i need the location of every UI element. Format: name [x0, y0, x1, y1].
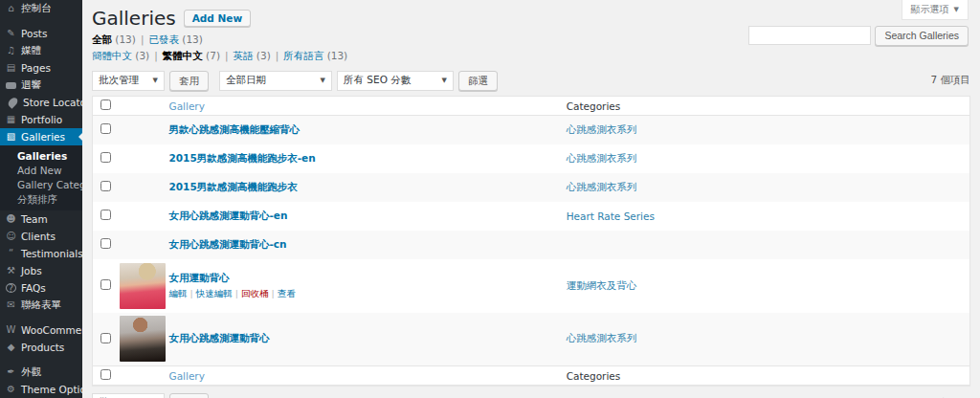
sidebar-item-label: 控制台: [21, 2, 52, 15]
filter-link[interactable]: 簡體中文 (3): [92, 50, 149, 63]
gallery-title-link[interactable]: 2015男款感測高機能跑步衣: [169, 181, 298, 192]
sidebar-item-theme-options[interactable]: ⚙Theme Options: [0, 381, 82, 398]
apply-button[interactable]: 套用: [169, 393, 209, 398]
category-link[interactable]: 心跳感測衣系列: [567, 332, 637, 343]
gallery-title-link[interactable]: 男款心跳感測高機能壓縮背心: [169, 123, 301, 135]
filter-link-count: (13): [323, 50, 347, 61]
admin-sidebar: ⌂控制台✎Posts♫媒體▤Pages迴響Store Locator▦Portf…: [0, 0, 82, 398]
categories-column-header: Categories: [567, 366, 970, 386]
sidebar-item-galleries[interactable]: ▧Galleries: [0, 128, 82, 145]
wordpress-admin: ⌂控制台✎Posts♫媒體▤Pages迴響Store Locator▦Portf…: [0, 0, 980, 398]
filter-link-count: (3): [132, 50, 149, 61]
select-all-checkbox[interactable]: [100, 369, 111, 380]
row-action-link[interactable]: 編輯: [169, 288, 188, 298]
filter-button[interactable]: 篩選: [458, 71, 498, 91]
table-row: 2015男款感測高機能跑步衣心跳感測衣系列: [93, 173, 970, 202]
row-action-link[interactable]: 快速編輯: [188, 288, 233, 298]
row-checkbox[interactable]: [100, 123, 111, 134]
category-link[interactable]: 心跳感測衣系列: [567, 123, 637, 135]
category-link[interactable]: 心跳感測衣系列: [567, 152, 637, 164]
sidebar-item-posts[interactable]: ✎Posts: [0, 25, 82, 42]
quote-icon: “: [6, 249, 16, 258]
gallery-title-link[interactable]: 女用運動背心: [169, 272, 230, 283]
gallery-title-link[interactable]: 女用心跳感測運動背心: [169, 332, 270, 343]
submenu-item[interactable]: Add New: [0, 163, 82, 177]
gallery-column-header[interactable]: Gallery: [169, 366, 567, 386]
bulk-action-value: 批次管理: [99, 74, 139, 87]
row-checkbox[interactable]: [100, 152, 111, 163]
category-link[interactable]: 運動網衣及背心: [567, 279, 637, 291]
filter-link[interactable]: 英語 (3): [220, 50, 271, 63]
sidebar-item-store-locator[interactable]: Store Locator: [0, 94, 82, 111]
submenu-item[interactable]: 分類排序: [0, 191, 82, 206]
sidebar-item-team[interactable]: ☻Team: [0, 210, 82, 228]
sidebar-item-label: Products: [21, 342, 64, 353]
submenu-item[interactable]: Gallery Categories: [0, 177, 82, 191]
sidebar-item-jobs[interactable]: ⚒Jobs: [0, 262, 82, 279]
table-row: 女用運動背心編輯快速編輯回收桶查看運動網衣及背心: [93, 259, 970, 313]
bulk-action-select[interactable]: 批次管理 ▼: [92, 71, 165, 91]
sidebar-item-label: 外觀: [21, 365, 41, 379]
envelope-icon: ✉: [6, 300, 16, 310]
sidebar-item-label: Portfolio: [21, 114, 62, 125]
filter-link[interactable]: 已發表 (13): [136, 33, 203, 47]
filter-link-count: (7): [203, 50, 220, 61]
sidebar-item-faqs[interactable]: ?FAQs: [0, 279, 82, 297]
gallery-title-link[interactable]: 女用心跳感測運動背心-cn: [169, 238, 287, 250]
sidebar-item-media[interactable]: ♫媒體: [0, 42, 82, 59]
sidebar-item-pages[interactable]: ▤Pages: [0, 59, 82, 77]
row-action-link[interactable]: 查看: [269, 288, 296, 298]
search-input[interactable]: [748, 26, 871, 45]
apply-button[interactable]: 套用: [169, 71, 209, 91]
sidebar-item-dashboard[interactable]: ⌂控制台: [0, 0, 82, 17]
sidebar-item-testimonials[interactable]: “Testimonials: [0, 245, 82, 262]
thumbnail-column-header: [120, 97, 169, 116]
media-icon: ♫: [6, 46, 16, 55]
row-actions: 編輯快速編輯回收桶查看: [169, 288, 567, 300]
row-checkbox[interactable]: [100, 181, 111, 191]
gallery-title-link[interactable]: 2015男款感測高機能跑步衣-en: [169, 152, 316, 164]
language-filter-links: 簡體中文 (3)繁體中文 (7)英語 (3)所有語言 (13): [92, 50, 970, 63]
row-checkbox[interactable]: [100, 210, 111, 220]
filter-link[interactable]: 全部 (13): [92, 33, 136, 47]
sidebar-item-products[interactable]: ◆Products: [0, 339, 82, 356]
date-filter-select[interactable]: 全部日期 ▼: [219, 71, 332, 91]
table-row: 女用心跳感測運動背心-enHeart Rate Series: [93, 202, 970, 231]
category-link[interactable]: 心跳感測衣系列: [567, 181, 637, 192]
filter-link-count: (13): [179, 33, 203, 45]
galleries-submenu: GalleriesAdd NewGallery Categories分類排序: [0, 145, 82, 210]
gallery-column-header[interactable]: Gallery: [169, 97, 567, 116]
bulk-action-select[interactable]: 批次管理 ▼: [92, 393, 165, 398]
location-pin-icon: [7, 96, 19, 108]
filter-link[interactable]: 所有語言 (13): [271, 50, 347, 63]
table-row: 女用心跳感測運動背心-cn: [93, 231, 970, 259]
row-checkbox[interactable]: [100, 333, 111, 343]
add-new-button[interactable]: Add New: [184, 10, 251, 27]
search-box: Search Galleries: [748, 26, 969, 46]
gallery-title-link[interactable]: 女用心跳感測運動背心-en: [169, 210, 288, 221]
sidebar-item-contact-form[interactable]: ✉聯絡表單: [0, 297, 82, 314]
filter-link[interactable]: 繁體中文 (7): [149, 50, 220, 63]
sidebar-item-appearance[interactable]: ✒外觀: [0, 364, 82, 381]
seo-filter-select[interactable]: 所有 SEO 分數 ▼: [337, 71, 454, 91]
filter-link-label: 全部: [92, 33, 112, 45]
select-all-checkbox[interactable]: [100, 100, 111, 110]
comment-bubble-icon: [6, 82, 16, 89]
sidebar-item-comments[interactable]: 迴響: [0, 77, 82, 94]
search-galleries-button[interactable]: Search Galleries: [875, 26, 969, 46]
sidebar-item-portfolio[interactable]: ▦Portfolio: [0, 111, 82, 128]
row-checkbox[interactable]: [100, 238, 111, 249]
category-link[interactable]: Heart Rate Series: [567, 210, 655, 222]
tablenav-top: 批次管理 ▼ 套用 全部日期 ▼ 所有 SEO 分數 ▼ 篩選 7 個項目: [92, 70, 970, 91]
submenu-item[interactable]: Galleries: [0, 148, 82, 163]
row-checkbox[interactable]: [100, 279, 111, 290]
table-row: 女用心跳感測運動背心心跳感測衣系列: [93, 313, 970, 366]
sidebar-item-label: Testimonials: [21, 248, 82, 259]
sidebar-item-clients[interactable]: ☺Clients: [0, 228, 82, 245]
row-action-link[interactable]: 回收桶: [233, 288, 269, 298]
sidebar-item-label: Posts: [21, 28, 47, 39]
sidebar-menu: ⌂控制台✎Posts♫媒體▤Pages迴響Store Locator▦Portf…: [0, 0, 82, 398]
filter-link-label: 已發表: [148, 33, 179, 45]
filter-link-count: (13): [112, 33, 136, 45]
sidebar-item-woocommerce[interactable]: WWooCommerce: [0, 321, 82, 339]
